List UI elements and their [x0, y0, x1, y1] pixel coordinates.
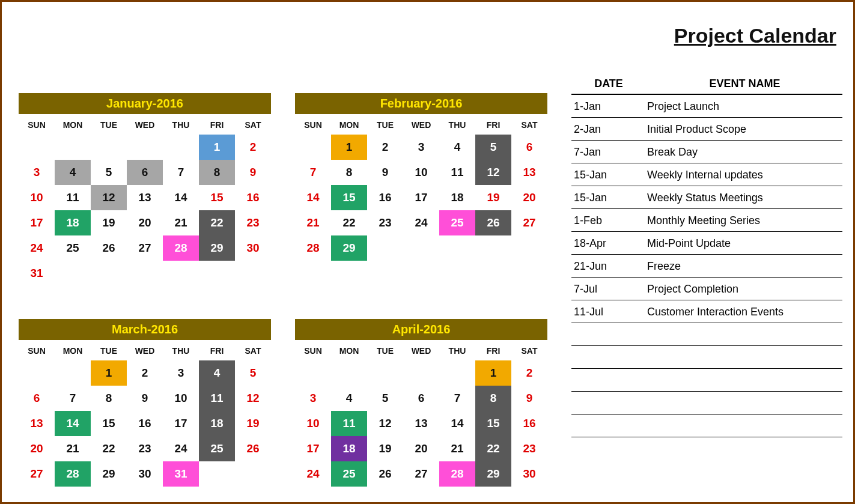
weekday-label: SAT	[235, 340, 271, 360]
event-name: Weekly Status Meetings	[644, 192, 842, 204]
day-cell: 20	[19, 436, 55, 461]
day-cell: 4	[331, 386, 367, 411]
weekday-label: TUE	[367, 340, 403, 360]
weekday-label: WED	[403, 340, 439, 360]
day-blank	[331, 360, 367, 386]
day-cell: 30	[511, 461, 547, 487]
day-cell: 23	[511, 436, 547, 461]
day-cell: 22	[199, 210, 235, 235]
event-date: 21-Jun	[571, 260, 644, 273]
event-row: 2-JanInitial Product Scope	[571, 118, 842, 141]
day-cell: 27	[19, 461, 55, 487]
event-row: 18-AprMid-Point Update	[571, 232, 842, 255]
day-cell: 7	[439, 386, 475, 411]
day-cell: 3	[403, 135, 439, 160]
day-cell: 11	[439, 160, 475, 185]
side-panel: Project Calendar DATE EVENT NAME 1-JanPr…	[553, 9, 842, 495]
day-cell: 26	[91, 235, 127, 261]
month-title: April-2016	[295, 319, 547, 340]
day-cell: 1	[91, 360, 127, 386]
day-cell: 29	[331, 235, 367, 261]
day-cell: 2	[367, 135, 403, 160]
weekday-header: SUNMONTUEWEDTHUFRISAT	[19, 340, 271, 360]
day-cell: 20	[127, 210, 163, 235]
event-row: 1-JanProject Launch	[571, 95, 842, 118]
day-cell: 13	[403, 411, 439, 436]
weekday-header: SUNMONTUEWEDTHUFRISAT	[295, 114, 547, 135]
day-cell: 7	[295, 160, 331, 185]
event-date: 7-Jul	[571, 283, 644, 296]
day-cell: 18	[55, 210, 91, 235]
day-cell: 26	[235, 436, 271, 461]
day-cell: 12	[475, 160, 511, 185]
day-cell: 6	[127, 160, 163, 185]
day-cell: 14	[163, 185, 199, 210]
weekday-label: SUN	[295, 114, 331, 135]
event-date: 7-Jan	[571, 146, 644, 159]
day-cell: 17	[163, 411, 199, 436]
event-date: 15-Jan	[571, 192, 644, 204]
day-cell: 5	[235, 360, 271, 386]
day-cell: 15	[331, 185, 367, 210]
day-cell: 11	[199, 386, 235, 411]
event-row-blank	[571, 414, 842, 437]
day-cell: 3	[19, 160, 55, 185]
day-cell: 5	[475, 135, 511, 160]
day-blank	[163, 135, 199, 160]
day-cell: 29	[475, 461, 511, 487]
day-cell: 25	[439, 210, 475, 235]
day-cell: 3	[295, 386, 331, 411]
weekday-label: MON	[55, 340, 91, 360]
weekday-label: WED	[127, 114, 163, 135]
day-cell: 6	[19, 386, 55, 411]
day-cell: 29	[199, 235, 235, 261]
day-cell: 5	[91, 160, 127, 185]
day-cell: 9	[367, 160, 403, 185]
day-cell: 26	[475, 210, 511, 235]
day-cell: 19	[91, 210, 127, 235]
day-cell: 8	[475, 386, 511, 411]
day-cell: 17	[19, 210, 55, 235]
day-cell: 24	[295, 461, 331, 487]
event-row: 15-JanWeekly Internal updates	[571, 163, 842, 186]
weekday-label: TUE	[367, 114, 403, 135]
day-cell: 9	[127, 386, 163, 411]
event-row-blank	[571, 346, 842, 369]
day-cell: 17	[403, 185, 439, 210]
day-cell: 12	[367, 411, 403, 436]
day-blank	[439, 360, 475, 386]
event-name: Mid-Point Update	[644, 237, 842, 250]
day-blank	[367, 360, 403, 386]
event-row-blank	[571, 392, 842, 414]
event-date: 15-Jan	[571, 169, 644, 181]
day-cell: 20	[511, 185, 547, 210]
day-cell: 28	[295, 235, 331, 261]
day-cell: 30	[127, 461, 163, 487]
day-cell: 13	[127, 185, 163, 210]
weekday-label: FRI	[475, 340, 511, 360]
weekday-label: SUN	[19, 114, 55, 135]
weekday-label: FRI	[199, 114, 235, 135]
page-title: Project Calendar	[571, 24, 842, 47]
weekday-label: SUN	[19, 340, 55, 360]
event-row-blank	[571, 323, 842, 346]
weekday-label: THU	[163, 340, 199, 360]
month-title: January-2016	[19, 93, 271, 114]
calendar-grid: January-2016SUNMONTUEWEDTHUFRISAT1234567…	[13, 9, 553, 495]
event-name: Freeze	[644, 260, 842, 273]
day-cell: 2	[511, 360, 547, 386]
events-header-date: DATE	[571, 77, 644, 90]
day-cell: 18	[199, 411, 235, 436]
day-blank	[19, 135, 55, 160]
event-name: Initial Product Scope	[644, 123, 842, 136]
event-name: Weekly Internal updates	[644, 169, 842, 181]
day-cell: 8	[199, 160, 235, 185]
day-blank	[19, 360, 55, 386]
day-cell: 19	[475, 185, 511, 210]
project-calendar-frame: January-2016SUNMONTUEWEDTHUFRISAT1234567…	[0, 0, 855, 504]
day-cell: 15	[91, 411, 127, 436]
day-cell: 30	[235, 235, 271, 261]
weekday-label: WED	[127, 340, 163, 360]
day-cell: 22	[475, 436, 511, 461]
day-cell: 10	[295, 411, 331, 436]
